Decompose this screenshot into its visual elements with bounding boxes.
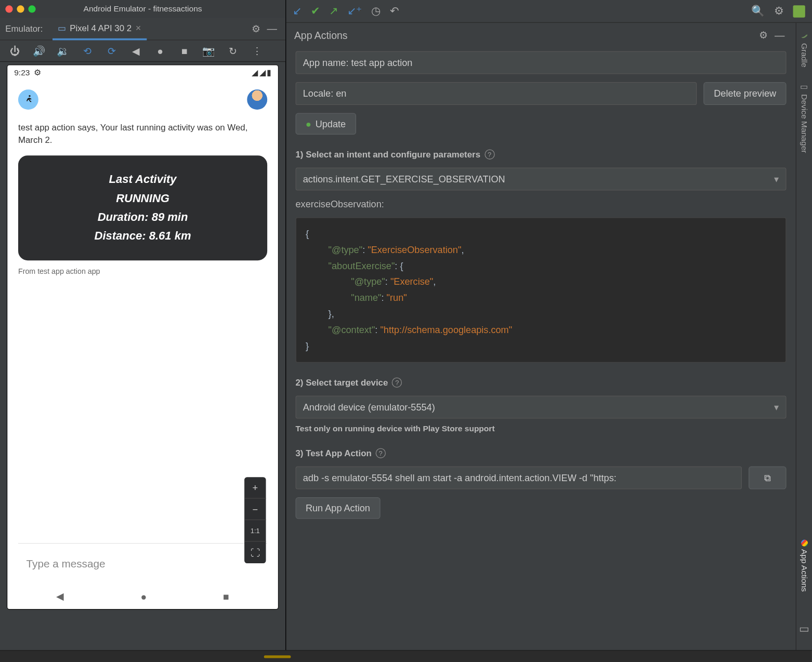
param-label: exerciseObservation: (296, 198, 787, 209)
card-distance: Distance: 8.61 km (22, 230, 264, 243)
window-title: Android Emulator - fitnessactions (0, 4, 285, 14)
status-time: 9:23 (14, 68, 30, 77)
card-duration: Duration: 89 min (22, 211, 264, 224)
arrow-up-right-icon[interactable]: ↗ (329, 5, 338, 18)
check-icon[interactable]: ✔ (311, 5, 320, 18)
home-icon[interactable]: ● (152, 43, 168, 59)
gear-icon[interactable]: ⚙ (755, 27, 771, 43)
device-select[interactable]: Android device (emulator-5554) ▾ (296, 396, 787, 419)
device-icon: ▭ (58, 22, 66, 32)
locale-input[interactable]: Locale: en (296, 82, 697, 105)
check-circle-icon: ● (306, 118, 311, 129)
device-bottom-icon[interactable]: ▭ (799, 623, 809, 635)
nav-home-icon[interactable]: ● (141, 590, 147, 602)
assistant-icon (801, 539, 807, 546)
nav-overview-icon[interactable]: ■ (223, 590, 229, 602)
help-icon[interactable]: ? (392, 378, 402, 388)
emulator-tabbar: Emulator: ▭ Pixel 4 API 30 2 × ⚙ — (0, 18, 285, 41)
message-placeholder: Type a message (27, 558, 106, 570)
gear-icon: ⚙ (34, 68, 41, 77)
status-bar: 9:23 ⚙ ◢ ◢ ▮ (7, 65, 278, 80)
emulator-label: Emulator: (5, 23, 43, 33)
undo-icon[interactable]: ↶ (390, 5, 399, 18)
adb-command[interactable]: adb -s emulator-5554 shell am start -a a… (296, 467, 742, 489)
emulator-window: Android Emulator - fitnessactions Emulat… (0, 0, 286, 650)
history-icon[interactable]: ◷ (371, 5, 381, 18)
emulator-titlebar: Android Emulator - fitnessactions (0, 0, 285, 18)
back-icon[interactable]: ◀ (128, 43, 144, 59)
minimize-icon[interactable]: — (771, 27, 788, 43)
ide-right-pane: ↙ ✔ ↗ ↙⁺ ◷ ↶ 🔍 ⚙ App Actions ⚙ — (286, 0, 811, 650)
panel-title: App Actions (294, 29, 348, 41)
window-close-icon[interactable] (5, 5, 12, 12)
fullscreen-icon[interactable]: ⛶ (244, 541, 266, 563)
card-type: RUNNING (22, 192, 264, 206)
copy-icon: ⧉ (764, 472, 771, 484)
profile-avatar[interactable] (793, 5, 805, 17)
step3-label: 3) Test App Action ? (296, 448, 787, 458)
footer-indicator (264, 655, 291, 658)
chevron-down-icon: ▾ (774, 174, 779, 184)
device-screen: 9:23 ⚙ ◢ ◢ ▮ t (7, 64, 279, 610)
gradle-icon (800, 31, 809, 41)
zoom-in-icon[interactable]: + (244, 477, 266, 498)
merge-icon[interactable]: ↙⁺ (347, 5, 361, 18)
copy-button[interactable]: ⧉ (749, 467, 787, 489)
assistant-message: test app action says, Your last running … (18, 122, 267, 146)
svg-point-0 (29, 95, 30, 97)
window-minimize-icon[interactable] (17, 5, 24, 12)
window-zoom-icon[interactable] (28, 5, 35, 12)
search-icon[interactable]: 🔍 (751, 5, 765, 18)
run-app-action-button[interactable]: Run App Action (296, 497, 381, 519)
running-icon (18, 89, 38, 110)
intent-select[interactable]: actions.intent.GET_EXERCISE_OBSERVATION … (296, 167, 787, 190)
card-title: Last Activity (22, 173, 264, 187)
gradle-tab[interactable]: Gradle (800, 28, 809, 70)
overview-icon[interactable]: ■ (176, 43, 192, 59)
power-icon[interactable]: ⏻ (7, 43, 23, 59)
right-gutter: Gradle ▭ Device Manager App Actions ▭ (796, 23, 812, 650)
more-icon[interactable]: ⋮ (249, 43, 265, 59)
rotate-right-icon[interactable]: ⟳ (103, 43, 120, 59)
signal-icon: ◢ (259, 68, 266, 77)
emulator-tab[interactable]: ▭ Pixel 4 API 30 2 × (53, 17, 147, 40)
delete-preview-button[interactable]: Delete preview (704, 82, 787, 105)
zoom-out-icon[interactable]: − (244, 499, 266, 520)
device-hint: Test only on running device with Play St… (296, 424, 787, 433)
rotate-left-icon[interactable]: ⟲ (80, 43, 96, 59)
device-icon: ▭ (800, 82, 809, 91)
param-json[interactable]: { "@type": "ExerciseObservation", "about… (296, 217, 787, 363)
device-manager-tab[interactable]: ▭ Device Manager (800, 80, 809, 156)
zoom-reset[interactable]: 1:1 (244, 520, 266, 541)
activity-card: Last Activity RUNNING Duration: 89 min D… (18, 156, 267, 261)
ide-footer (0, 650, 812, 662)
avatar[interactable] (247, 89, 267, 110)
record-icon[interactable]: ↻ (225, 43, 241, 59)
app-actions-tab[interactable]: App Actions (800, 537, 809, 594)
help-icon[interactable]: ? (375, 448, 385, 458)
volume-down-icon[interactable]: 🔉 (55, 43, 71, 59)
wifi-icon: ◢ (252, 68, 258, 77)
battery-icon: ▮ (267, 68, 271, 77)
zoom-controls: + − 1:1 ⛶ (244, 477, 266, 563)
gear-icon[interactable]: ⚙ (774, 5, 783, 18)
emulator-controls: ⏻ 🔊 🔉 ⟲ ⟳ ◀ ● ■ 📷 ↻ ⋮ (0, 41, 285, 62)
message-input[interactable]: Type a message (18, 543, 267, 584)
emulator-tab-label: Pixel 4 API 30 2 (70, 22, 132, 32)
gear-icon[interactable]: ⚙ (248, 20, 264, 36)
nav-back-icon[interactable]: ◀ (56, 590, 64, 602)
top-toolbar: ↙ ✔ ↗ ↙⁺ ◷ ↶ 🔍 ⚙ (286, 0, 811, 23)
volume-up-icon[interactable]: 🔊 (31, 43, 47, 59)
help-icon[interactable]: ? (484, 149, 494, 159)
close-tab-icon[interactable]: × (136, 22, 141, 33)
update-button[interactable]: ● Update (296, 113, 356, 135)
step2-label: 2) Select target device ? (296, 378, 787, 388)
screenshot-icon[interactable]: 📷 (201, 43, 217, 59)
step1-label: 1) Select an intent and configure parame… (296, 149, 787, 159)
minimize-icon[interactable]: — (264, 20, 280, 36)
chevron-down-icon: ▾ (774, 402, 779, 413)
arrow-down-left-icon[interactable]: ↙ (293, 5, 302, 18)
android-navbar: ◀ ● ■ (18, 584, 267, 609)
card-caption: From test app action app (18, 268, 267, 276)
app-name-input[interactable]: App name: test app action (296, 51, 787, 74)
